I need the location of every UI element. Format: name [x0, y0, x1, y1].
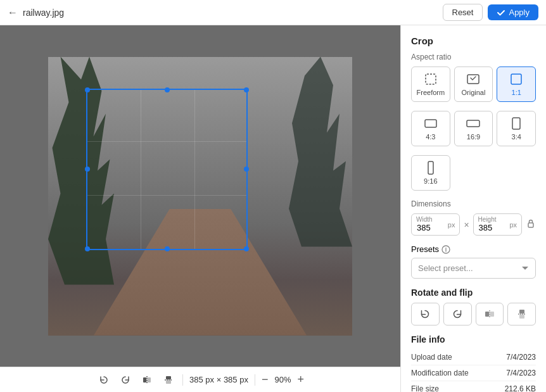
- height-field: Height px: [473, 213, 522, 236]
- fileinfo-file-size: File size 212.6 KB: [411, 381, 536, 392]
- header-right: Reset Apply: [443, 4, 539, 21]
- rotate-title: Rotate and flip: [411, 288, 536, 298]
- header-left: ← railway.jpg: [8, 7, 64, 18]
- fileinfo-upload-date: Upload date 7/4/2023: [411, 350, 536, 365]
- presets-label: Presets: [411, 244, 536, 254]
- aspect-9-16-button[interactable]: 9:16: [411, 155, 450, 191]
- rotate-grid: [411, 303, 536, 326]
- zoom-level: 90%: [274, 375, 291, 384]
- toolbar-divider-2: [255, 374, 255, 386]
- lock-aspect-button[interactable]: [526, 218, 536, 231]
- width-unit: px: [448, 221, 455, 229]
- fileinfo-modification-label: Modification date: [411, 369, 469, 377]
- fileinfo-size-label: File size: [411, 384, 439, 392]
- crop-dimensions-text: 385 px × 385 px: [189, 375, 248, 384]
- width-label: Width: [416, 216, 433, 223]
- toolbar-divider: [182, 374, 183, 386]
- preset-select[interactable]: Select preset...: [411, 258, 536, 279]
- info-icon: [441, 245, 450, 254]
- fileinfo-upload-value: 7/4/2023: [506, 353, 536, 362]
- svg-rect-3: [166, 376, 171, 379]
- rotate-section: Rotate and flip: [411, 288, 536, 326]
- aspect-1-1-button[interactable]: 1:1: [497, 66, 536, 102]
- aspect-16-9-button[interactable]: 16:9: [454, 111, 493, 146]
- rotate-ccw-panel-button[interactable]: [411, 303, 440, 326]
- rotate-cw-button[interactable]: [118, 372, 133, 388]
- height-label: Height: [478, 216, 497, 223]
- preset-select-wrapper: Select preset...: [411, 258, 536, 279]
- crop-handle-ml[interactable]: [85, 167, 90, 172]
- fileinfo-modification-date: Modification date 7/4/2023: [411, 365, 536, 381]
- crop-selection[interactable]: [86, 89, 248, 250]
- aspect-3-4-button[interactable]: 3:4: [497, 111, 536, 146]
- fileinfo-size-value: 212.6 KB: [505, 384, 536, 392]
- photo-background: [48, 57, 352, 336]
- fileinfo-upload-label: Upload date: [411, 353, 452, 362]
- crop-handle-bl[interactable]: [85, 246, 90, 251]
- right-panel: Crop Aspect ratio Freeform Original: [400, 25, 546, 392]
- svg-rect-19: [519, 315, 524, 319]
- flip-v-panel-button[interactable]: [507, 303, 536, 326]
- svg-rect-11: [512, 118, 520, 129]
- svg-rect-0: [143, 377, 146, 383]
- checkmark-icon: [497, 8, 505, 17]
- canvas-content[interactable]: [0, 25, 400, 367]
- fileinfo-modification-value: 7/4/2023: [506, 369, 536, 377]
- dimensions-label: Dimensions: [411, 199, 536, 208]
- fileinfo-section: File info Upload date 7/4/2023 Modificat…: [411, 334, 536, 392]
- aspect-original-button[interactable]: Original: [454, 66, 493, 102]
- crop-handle-tm[interactable]: [165, 87, 170, 92]
- flip-h-button[interactable]: [139, 372, 155, 388]
- width-field: Width px: [411, 213, 460, 236]
- aspect-ratio-grid: Freeform Original 1:1: [411, 66, 536, 102]
- svg-rect-16: [490, 312, 494, 317]
- canvas-wrapper: 385 px × 385 px − 90% +: [0, 25, 400, 392]
- aspect-ratio-label: Aspect ratio: [411, 53, 536, 61]
- header: ← railway.jpg Reset Apply: [0, 0, 546, 25]
- dimensions-section: Dimensions Width px × Height px: [411, 199, 536, 236]
- aspect-4-3-button[interactable]: 4:3: [411, 111, 450, 146]
- crop-handle-tr[interactable]: [244, 87, 249, 92]
- zoom-out-button[interactable]: −: [262, 373, 269, 386]
- crop-handle-br[interactable]: [244, 246, 249, 251]
- aspect-ratio-grid-3: 9:16: [411, 155, 536, 191]
- svg-rect-9: [425, 120, 436, 127]
- bottom-toolbar: 385 px × 385 px − 90% +: [0, 367, 400, 392]
- main-layout: 385 px × 385 px − 90% + Crop Aspect rati…: [0, 25, 546, 392]
- flip-v-button[interactable]: [161, 372, 176, 388]
- back-arrow-icon[interactable]: ←: [8, 7, 18, 18]
- svg-rect-15: [485, 312, 489, 317]
- crop-handle-tl[interactable]: [85, 87, 90, 92]
- svg-rect-18: [519, 310, 524, 313]
- zoom-in-button[interactable]: +: [297, 373, 304, 386]
- flip-h-panel-button[interactable]: [476, 303, 504, 326]
- rotate-cw-panel-button[interactable]: [443, 303, 472, 326]
- rotate-ccw-button[interactable]: [96, 372, 111, 388]
- svg-rect-6: [426, 74, 436, 84]
- aspect-ratio-grid-2: 4:3 16:9 3:4: [411, 111, 536, 146]
- height-unit: px: [509, 221, 517, 229]
- dimension-x-separator: ×: [464, 220, 469, 230]
- dimensions-row: Width px × Height px: [411, 213, 536, 236]
- presets-section: Presets Select preset...: [411, 244, 536, 279]
- aspect-freeform-button[interactable]: Freeform: [411, 66, 450, 102]
- svg-rect-4: [166, 381, 171, 384]
- svg-rect-12: [428, 161, 433, 174]
- svg-rect-8: [511, 74, 521, 84]
- svg-rect-10: [467, 120, 479, 127]
- header-title: railway.jpg: [23, 8, 64, 18]
- reset-button[interactable]: Reset: [443, 4, 483, 21]
- crop-title: Crop: [411, 35, 536, 46]
- crop-handle-bm[interactable]: [165, 246, 170, 251]
- svg-rect-13: [528, 223, 533, 227]
- fileinfo-title: File info: [411, 334, 536, 345]
- svg-rect-1: [148, 377, 151, 383]
- crop-handle-mr[interactable]: [244, 167, 249, 172]
- apply-button[interactable]: Apply: [488, 4, 538, 20]
